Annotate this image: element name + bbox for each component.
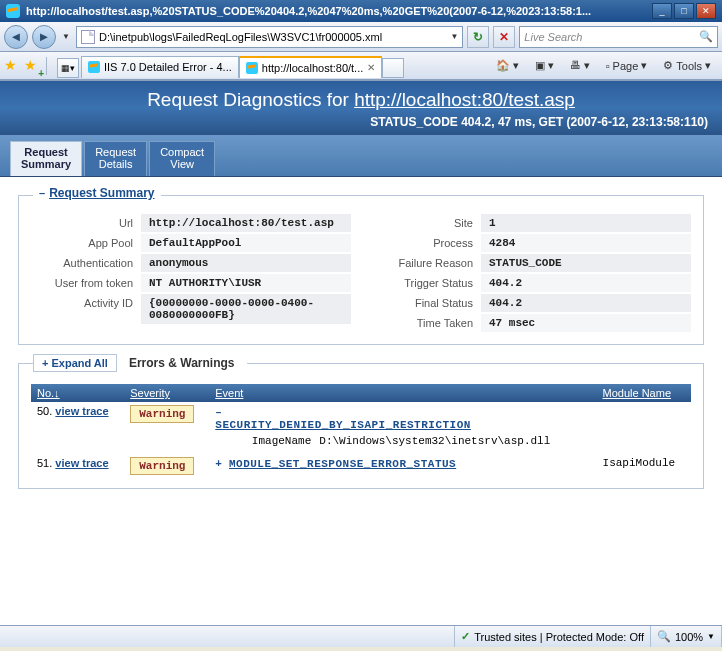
nav-toolbar: ◄ ► ▼ ▼ ↻ ✕ Live Search 🔍	[0, 22, 722, 52]
expand-all-button[interactable]: + Expand All	[33, 354, 117, 372]
row-toggle[interactable]: +	[215, 458, 222, 470]
summary-right-column: Site1 Process4284 Failure ReasonSTATUS_C…	[371, 214, 691, 334]
window-title: http://localhost/test.asp,%20STATUS_CODE…	[26, 5, 646, 17]
refresh-button[interactable]: ↻	[467, 26, 489, 48]
row-toggle[interactable]: –	[215, 406, 222, 418]
nav-history-dropdown[interactable]: ▼	[60, 32, 72, 41]
file-icon	[81, 30, 95, 44]
browser-tab-0[interactable]: IIS 7.0 Detailed Error - 4...	[81, 56, 239, 78]
event-detail: ImageName D:\Windows\system32\inetsrv\as…	[229, 435, 590, 447]
section-title-link[interactable]: Request Summary	[49, 186, 154, 200]
tab-toolbar: ★ ★ ▦▾ IIS 7.0 Detailed Error - 4... htt…	[0, 52, 722, 80]
page-tabs: RequestSummary RequestDetails CompactVie…	[0, 135, 722, 177]
tools-menu[interactable]: ⚙ Tools ▾	[656, 55, 718, 77]
status-empty	[0, 626, 455, 647]
tab-request-details[interactable]: RequestDetails	[84, 141, 147, 176]
tab-label: http://localhost:80/t...	[262, 62, 364, 74]
favorites-icon[interactable]: ★	[4, 57, 22, 75]
back-button[interactable]: ◄	[4, 25, 28, 49]
severity-badge: Warning	[130, 457, 194, 475]
status-bar: ✓ Trusted sites | Protected Mode: Off 🔍 …	[0, 625, 722, 647]
stop-button[interactable]: ✕	[493, 26, 515, 48]
minimize-button[interactable]: _	[652, 3, 672, 19]
command-bar: 🏠 ▾ ▣ ▾ 🖶 ▾ ▫ Page ▾ ⚙ Tools ▾	[489, 55, 718, 77]
col-no[interactable]: No.↓	[31, 384, 124, 402]
zoom-control[interactable]: 🔍 100% ▼	[651, 626, 722, 647]
errors-table: No.↓ Severity Event Module Name 50. view…	[31, 384, 691, 478]
status-security: ✓ Trusted sites | Protected Mode: Off	[455, 626, 651, 647]
section-legend: + Expand All Errors & Warnings	[33, 354, 247, 372]
browser-tabset: ▦▾ IIS 7.0 Detailed Error - 4... http://…	[57, 54, 406, 78]
chevron-down-icon: ▼	[707, 632, 715, 641]
col-severity[interactable]: Severity	[124, 384, 209, 402]
request-url-link[interactable]: http://localhost:80/test.asp	[354, 89, 575, 110]
close-button[interactable]: ✕	[696, 3, 716, 19]
window-titlebar: http://localhost/test.asp,%20STATUS_CODE…	[0, 0, 722, 22]
search-bar[interactable]: Live Search 🔍	[519, 26, 718, 48]
home-button[interactable]: 🏠 ▾	[489, 55, 526, 77]
page-menu[interactable]: ▫ Page ▾	[599, 55, 655, 77]
zoom-icon: 🔍	[657, 630, 671, 643]
section-title: Errors & Warnings	[117, 354, 247, 372]
content-viewport: Request Diagnostics for http://localhost…	[0, 80, 722, 625]
ie-icon	[6, 4, 20, 18]
col-module[interactable]: Module Name	[597, 384, 691, 402]
section-legend: – Request Summary	[33, 186, 161, 200]
request-summary-section: – Request Summary Urlhttp://localhost:80…	[18, 195, 704, 345]
page-body: – Request Summary Urlhttp://localhost:80…	[0, 177, 722, 517]
tab-label: IIS 7.0 Detailed Error - 4...	[104, 61, 232, 73]
address-bar[interactable]: ▼	[76, 26, 463, 48]
errors-warnings-section: + Expand All Errors & Warnings No.↓ Seve…	[18, 363, 704, 489]
collapse-toggle[interactable]: –	[39, 187, 45, 199]
forward-button[interactable]: ►	[32, 25, 56, 49]
tab-request-summary[interactable]: RequestSummary	[10, 141, 82, 176]
page-title: Request Diagnostics for http://localhost…	[14, 89, 708, 111]
table-header: No.↓ Severity Event Module Name	[31, 384, 691, 402]
print-button[interactable]: 🖶 ▾	[563, 55, 597, 77]
table-row: 51. view trace Warning + MODULE_SET_RESP…	[31, 454, 691, 478]
search-placeholder: Live Search	[524, 31, 582, 43]
summary-left-column: Urlhttp://localhost:80/test.asp App Pool…	[31, 214, 351, 334]
browser-tab-1[interactable]: http://localhost:80/t... ✕	[239, 56, 383, 78]
view-trace-link[interactable]: view trace	[55, 457, 108, 469]
ie-icon	[246, 62, 258, 74]
view-trace-link[interactable]: view trace	[55, 405, 108, 417]
tab-close-button[interactable]: ✕	[367, 62, 375, 73]
address-dropdown[interactable]: ▼	[450, 32, 458, 41]
table-row: 50. view trace Warning – SECURITY_DENIED…	[31, 402, 691, 454]
quick-tabs-button[interactable]: ▦▾	[57, 58, 79, 78]
event-link[interactable]: SECURITY_DENIED_BY_ISAPI_RESTRICTION	[215, 419, 471, 431]
check-icon: ✓	[461, 630, 470, 643]
severity-badge: Warning	[130, 405, 194, 423]
new-tab-button[interactable]	[382, 58, 404, 78]
maximize-button[interactable]: □	[674, 3, 694, 19]
add-favorite-icon[interactable]: ★	[24, 57, 42, 75]
search-icon[interactable]: 🔍	[699, 30, 713, 43]
ie-icon	[88, 61, 100, 73]
page-header: Request Diagnostics for http://localhost…	[0, 81, 722, 135]
page-subtitle: STATUS_CODE 404.2, 47 ms, GET (2007-6-12…	[14, 115, 708, 129]
event-link[interactable]: MODULE_SET_RESPONSE_ERROR_STATUS	[229, 458, 456, 470]
col-event[interactable]: Event	[209, 384, 596, 402]
tab-compact-view[interactable]: CompactView	[149, 141, 215, 176]
feeds-button[interactable]: ▣ ▾	[528, 55, 561, 77]
separator	[46, 57, 47, 75]
address-input[interactable]	[99, 31, 450, 43]
